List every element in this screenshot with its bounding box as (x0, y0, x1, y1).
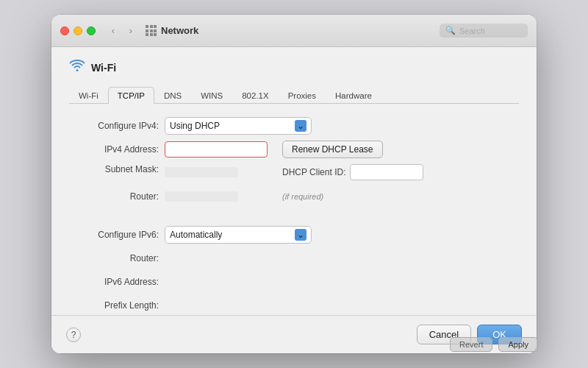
window-title: Network (161, 25, 198, 36)
maximize-button[interactable] (87, 26, 96, 35)
tab-hardware[interactable]: Hardware (326, 87, 381, 104)
tab-wifi[interactable]: Wi-Fi (69, 87, 108, 104)
prefix-length-row: Prefix Length: (69, 297, 519, 314)
back-arrow-icon: ‹ (112, 25, 115, 36)
system-prefs-window: ‹ › Network 🔍 Search (51, 15, 537, 353)
dhcp-client-row: DHCP Client ID: (282, 164, 423, 180)
ipv4-address-input[interactable] (165, 141, 268, 158)
tab-wins[interactable]: WINS (191, 87, 232, 104)
dhcp-client-input[interactable] (350, 164, 423, 180)
ipv4-address-row: IPv4 Address: Renew DHCP Lease (69, 141, 519, 158)
ipv4-address-label: IPv4 Address: (69, 144, 165, 155)
back-button[interactable]: ‹ (106, 24, 121, 38)
close-button[interactable] (60, 26, 69, 35)
router-row: Router: (if required) (69, 188, 519, 205)
forward-button[interactable]: › (123, 24, 138, 38)
tab-dns[interactable]: DNS (154, 87, 191, 104)
dhcp-client-label: DHCP Client ID: (282, 167, 345, 177)
apply-button[interactable]: Apply (498, 337, 538, 352)
configure-ipv4-label: Configure IPv4: (69, 121, 165, 131)
configure-ipv6-value: Automatically (170, 230, 222, 240)
grid-icon (146, 25, 157, 36)
ipv6-address-row: IPv6 Address: (69, 273, 519, 291)
wifi-icon (69, 59, 85, 76)
subnet-mask-value (165, 167, 238, 177)
subnet-dhcp-row: Subnet Mask: DHCP Client ID: (69, 164, 519, 182)
configure-ipv4-dropdown[interactable]: Using DHCP ⌄ (165, 117, 312, 135)
ipv6-router-label: Router: (69, 253, 165, 263)
prefix-length-label: Prefix Length: (69, 300, 165, 311)
search-placeholder: Search (459, 26, 485, 35)
router-value (165, 191, 238, 202)
dropdown-arrow-icon: ⌄ (295, 120, 306, 132)
router-label: Router: (69, 191, 165, 202)
configure-ipv4-row: Configure IPv4: Using DHCP ⌄ (69, 117, 519, 135)
wifi-header: Wi-Fi (69, 59, 519, 76)
search-icon: 🔍 (445, 26, 456, 35)
tab-8021x[interactable]: 802.1X (232, 87, 278, 104)
configure-ipv4-value: Using DHCP (170, 121, 220, 131)
title-bar: ‹ › Network 🔍 Search (51, 15, 537, 47)
forward-arrow-icon: › (129, 25, 132, 36)
renew-dhcp-button[interactable]: Renew DHCP Lease (282, 141, 383, 158)
configure-ipv6-dropdown[interactable]: Automatically ⌄ (165, 226, 312, 244)
form-section: Configure IPv4: Using DHCP ⌄ IPv4 Addres… (69, 117, 519, 315)
main-content: Wi-Fi Wi-Fi TCP/IP DNS WINS 802.1X Proxi… (51, 47, 537, 315)
ipv4-field-wrapper: Renew DHCP Lease (165, 141, 383, 158)
help-button[interactable]: ? (66, 328, 81, 342)
outer-action-area: Revert Apply (450, 337, 538, 352)
minimize-button[interactable] (74, 26, 82, 35)
wifi-label: Wi-Fi (91, 62, 116, 74)
configure-ipv6-row: Configure IPv6: Automatically ⌄ (69, 226, 519, 244)
subnet-mask-label: Subnet Mask: (69, 164, 165, 174)
ipv6-dropdown-arrow-icon: ⌄ (295, 229, 306, 241)
nav-buttons: ‹ › (106, 24, 138, 38)
configure-ipv6-label: Configure IPv6: (69, 230, 165, 240)
tab-tcpip[interactable]: TCP/IP (108, 87, 154, 104)
tab-proxies[interactable]: Proxies (279, 87, 326, 104)
tabs-bar: Wi-Fi TCP/IP DNS WINS 802.1X Proxies Har… (69, 86, 519, 104)
ipv6-address-label: IPv6 Address: (69, 277, 165, 287)
search-bar[interactable]: 🔍 Search (440, 24, 528, 38)
revert-button[interactable]: Revert (450, 337, 492, 352)
if-required-text: (if required) (282, 192, 323, 201)
title-icon-area: Network (146, 25, 198, 36)
traffic-lights (60, 26, 96, 35)
ipv6-router-row: Router: (69, 250, 519, 267)
